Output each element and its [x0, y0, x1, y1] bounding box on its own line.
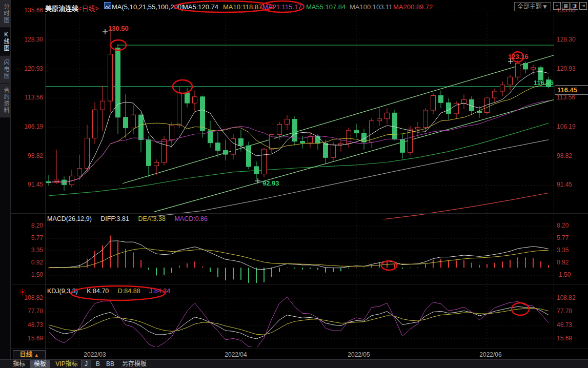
- sidebar-item-kline-chart[interactable]: K线图: [0, 28, 10, 56]
- kdj-axis-label-right: 108.82: [557, 294, 576, 301]
- panel-separator: [0, 284, 588, 284]
- sidebar-item-lightning-chart[interactable]: 闪电图: [0, 56, 10, 84]
- ma21-value: MA21:115.17: [262, 3, 301, 11]
- period-selector[interactable]: 日线 ▲: [13, 350, 46, 359]
- macd-value: MACD:0.86: [174, 215, 208, 222]
- macd-axis-label-right: 0.92: [557, 259, 569, 266]
- kdj-title: KDJ(9,3,3): [47, 288, 78, 295]
- chart-header-bar: 美原油连续 <日线> MA(5,10,21,55,100,200) MA5:12…: [0, 0, 588, 14]
- tab-bb[interactable]: BB: [104, 360, 116, 368]
- triangle-up-icon: ▲: [34, 353, 39, 358]
- ma200-value: MA200:89.72: [393, 3, 433, 11]
- x-axis-date: 2022/03: [74, 351, 115, 358]
- kdj-j-value: J:84.34: [149, 288, 170, 295]
- left-sidebar: 分时图 K线图 闪电图 合约资料: [0, 0, 11, 368]
- price-axis-label-left: 91.45: [12, 181, 43, 188]
- price-axis-label-left: 98.82: [12, 152, 43, 159]
- price-axis-label-left: 106.19: [12, 123, 43, 130]
- macd-dea-value: DEA:3.38: [138, 215, 166, 222]
- macd-diff-value: DIFF:3.81: [100, 215, 129, 222]
- tab-vip-indicator[interactable]: VIP指标: [53, 360, 80, 368]
- kdj-axis-label-left: 15.69: [12, 335, 43, 342]
- exit-pane-icon[interactable]: ⇥: [579, 2, 587, 10]
- ma55-value: MA55:107.84: [306, 3, 346, 11]
- tab-indicator[interactable]: 指标: [11, 360, 27, 368]
- tab-save-template[interactable]: 另存模板: [120, 360, 149, 368]
- kdj-axis-label-right: 77.78: [557, 308, 572, 315]
- kdj-axis-label-left: 77.78: [12, 308, 43, 315]
- price-axis-label-right: 113.56: [557, 94, 575, 101]
- period-label: 日线: [19, 351, 32, 358]
- x-axis-date: 2022/05: [338, 351, 379, 358]
- axis-labels-layer: 135.66135.66128.30128.30120.93120.93113.…: [0, 0, 588, 368]
- bottom-tab-bar: 指标 模板 VIP指标 J B BB 另存模板: [0, 359, 588, 368]
- price-axis-label-right: 106.19: [557, 123, 576, 130]
- macd-axis-label-left: 5.77: [12, 234, 43, 241]
- macd-panel-label: MACD(26,12,9) DIFF:3.81 DEA:3.38 MACD:0.…: [47, 215, 215, 222]
- kdj-axis-label-right: 15.69: [557, 335, 572, 342]
- kdj-axis-label-left: 46.73: [12, 321, 43, 329]
- macd-axis-label-right: -1.50: [557, 271, 571, 278]
- ma5-value: MA5:120.74: [183, 3, 218, 11]
- crosshair-icon[interactable]: +: [553, 2, 561, 10]
- all-themes-button[interactable]: 全部主题▼: [514, 2, 551, 11]
- macd-axis-label-right: 8.20: [557, 222, 569, 229]
- panel-separator: [0, 349, 588, 349]
- ma10-value: MA10:118.87: [223, 3, 262, 11]
- kdj-axis-label-right: 46.73: [557, 321, 572, 329]
- kdj-axis-label-left: 108.82: [12, 294, 43, 301]
- price-axis-label-right: 98.82: [557, 152, 572, 159]
- price-axis-label-right: 120.93: [557, 65, 576, 72]
- price-axis-label-left: 113.56: [12, 94, 43, 101]
- sidebar-item-contract-info[interactable]: 合约资料: [0, 84, 10, 118]
- price-axis-label-right: 91.45: [557, 181, 572, 188]
- macd-title: MACD(26,12,9): [47, 215, 92, 222]
- chart-right-border: [554, 14, 554, 349]
- tab-divider: [150, 360, 150, 368]
- macd-axis-label-right: 3.35: [557, 247, 569, 254]
- x-axis-date: 2022/06: [470, 351, 511, 358]
- price-axis-label-left: 128.30: [12, 36, 43, 43]
- price-axis-label-left: 120.93: [12, 65, 43, 72]
- tab-j[interactable]: J: [81, 360, 91, 368]
- kdj-k-value: K:84.70: [87, 288, 109, 295]
- tab-template[interactable]: 模板: [30, 360, 50, 368]
- x-axis-date: 2022/04: [215, 351, 256, 358]
- chart-left-border: [45, 14, 46, 349]
- line-chart-icon: [104, 2, 111, 9]
- period-tag[interactable]: <日线>: [78, 3, 99, 13]
- ma100-value: MA100:103.11: [350, 3, 393, 11]
- kdj-panel-label: KDJ(9,3,3) K:84.70 D:84.88 J:84.34: [47, 288, 177, 295]
- macd-axis-label-left: 3.35: [12, 247, 43, 254]
- price-axis-label-right: 128.30: [557, 36, 576, 43]
- symbol-name: 美原油连续: [45, 3, 78, 13]
- grid-pane-icon[interactable]: ▦: [562, 2, 570, 10]
- current-price-badge: 116.45: [555, 85, 588, 95]
- split-pane-icon[interactable]: ◨: [571, 2, 578, 10]
- ma-params-label: MA(5,10,21,55,100,200): [112, 3, 184, 11]
- macd-axis-label-left: -1.50: [12, 271, 43, 278]
- kdj-d-value: D:84.88: [118, 288, 140, 295]
- sidebar-item-time-chart[interactable]: 分时图: [0, 0, 10, 28]
- macd-axis-label-right: 5.77: [557, 234, 569, 241]
- panel-separator: [0, 213, 588, 214]
- macd-axis-label-left: 8.20: [12, 222, 43, 229]
- tab-b[interactable]: B: [94, 360, 102, 368]
- macd-axis-label-left: 0.92: [12, 259, 43, 266]
- chart-application-window: 135.66135.66128.30128.30120.93120.93113.…: [0, 0, 588, 368]
